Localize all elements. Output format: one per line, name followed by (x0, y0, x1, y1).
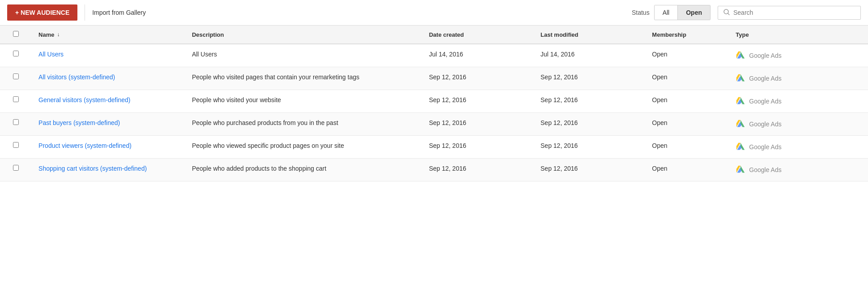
row-last-modified-cell: Sep 12, 2016 (533, 113, 645, 136)
row-date-created-cell: Sep 12, 2016 (422, 90, 533, 113)
row-description-cell: People who visited pages that contain yo… (185, 67, 422, 90)
header-last-modified[interactable]: Last modified (533, 26, 645, 44)
table-row: Product viewers (system-defined)People w… (0, 136, 868, 159)
table-row: All visitors (system-defined)People who … (0, 67, 868, 90)
toolbar: + NEW AUDIENCE Import from Gallery Statu… (0, 0, 868, 26)
row-membership-cell: Open (645, 67, 728, 90)
search-box (718, 6, 861, 20)
row-date-created-cell: Jul 14, 2016 (422, 44, 533, 67)
row-checkbox[interactable] (13, 119, 19, 125)
row-membership-cell: Open (645, 90, 728, 113)
row-last-modified-cell: Sep 12, 2016 (533, 67, 645, 90)
type-label: Google Ads (749, 52, 781, 59)
type-cell-content: Google Ads (736, 142, 861, 152)
audience-name-link[interactable]: All Users (38, 51, 64, 58)
google-ads-icon (736, 51, 745, 60)
status-label: Status (632, 9, 650, 16)
row-date-created-cell: Sep 12, 2016 (422, 113, 533, 136)
type-label: Google Ads (749, 98, 781, 105)
row-checkbox[interactable] (13, 51, 19, 56)
table-row: All UsersAll UsersJul 14, 2016Jul 14, 20… (0, 44, 868, 67)
row-checkbox-cell (0, 159, 31, 181)
table-row: General visitors (system-defined)People … (0, 90, 868, 113)
audience-name-link[interactable]: Past buyers (system-defined) (38, 119, 120, 126)
row-last-modified-cell: Jul 14, 2016 (533, 44, 645, 67)
google-ads-icon (736, 119, 745, 129)
row-checkbox-cell (0, 67, 31, 90)
row-checkbox-cell (0, 44, 31, 67)
row-membership-cell: Open (645, 113, 728, 136)
row-date-created-cell: Sep 12, 2016 (422, 159, 533, 181)
type-cell-content: Google Ads (736, 73, 861, 83)
header-checkbox-cell (0, 26, 31, 44)
row-checkbox-cell (0, 136, 31, 159)
row-type-cell: Google Ads (728, 90, 868, 113)
svg-line-1 (728, 13, 729, 15)
row-name-cell: General visitors (system-defined) (31, 90, 185, 113)
row-date-created-cell: Sep 12, 2016 (422, 67, 533, 90)
audience-name-link[interactable]: Product viewers (system-defined) (38, 142, 132, 149)
type-label: Google Ads (749, 143, 781, 151)
google-ads-icon (736, 142, 745, 152)
type-label: Google Ads (749, 166, 781, 173)
table-row: Past buyers (system-defined)People who p… (0, 113, 868, 136)
row-checkbox-cell (0, 90, 31, 113)
google-ads-icon (736, 96, 745, 106)
row-membership-cell: Open (645, 44, 728, 67)
status-open-button[interactable]: Open (678, 5, 710, 20)
row-last-modified-cell: Sep 12, 2016 (533, 90, 645, 113)
row-checkbox[interactable] (13, 96, 19, 102)
row-last-modified-cell: Sep 12, 2016 (533, 136, 645, 159)
sort-arrow-icon: ↓ (57, 31, 60, 38)
row-description-cell: People who purchased products from you i… (185, 113, 422, 136)
row-description-cell: People who added products to the shoppin… (185, 159, 422, 181)
row-membership-cell: Open (645, 136, 728, 159)
search-icon (723, 9, 730, 17)
row-date-created-cell: Sep 12, 2016 (422, 136, 533, 159)
type-label: Google Ads (749, 75, 781, 82)
header-date-created[interactable]: Date created (422, 26, 533, 44)
row-name-cell: All visitors (system-defined) (31, 67, 185, 90)
row-checkbox[interactable] (13, 142, 19, 148)
status-buttons: All Open (654, 5, 711, 20)
type-cell-content: Google Ads (736, 96, 861, 106)
row-description-cell: People who visited your website (185, 90, 422, 113)
audience-name-link[interactable]: All visitors (system-defined) (38, 73, 115, 81)
table-row: Shopping cart visitors (system-defined)P… (0, 159, 868, 181)
row-type-cell: Google Ads (728, 113, 868, 136)
row-name-cell: All Users (31, 44, 185, 67)
search-input[interactable] (733, 9, 855, 16)
type-cell-content: Google Ads (736, 119, 861, 129)
google-ads-icon (736, 73, 745, 83)
row-description-cell: All Users (185, 44, 422, 67)
status-all-button[interactable]: All (655, 5, 678, 20)
row-name-cell: Past buyers (system-defined) (31, 113, 185, 136)
row-type-cell: Google Ads (728, 159, 868, 181)
type-label: Google Ads (749, 121, 781, 128)
audience-name-link[interactable]: Shopping cart visitors (system-defined) (38, 165, 147, 172)
import-gallery-button[interactable]: Import from Gallery (92, 9, 146, 16)
row-type-cell: Google Ads (728, 136, 868, 159)
row-description-cell: People who viewed specific product pages… (185, 136, 422, 159)
row-type-cell: Google Ads (728, 67, 868, 90)
new-audience-button[interactable]: + NEW AUDIENCE (7, 4, 77, 21)
table-header-row: Name ↓ Description Date created Last mod… (0, 26, 868, 44)
type-cell-content: Google Ads (736, 51, 861, 60)
header-type[interactable]: Type (728, 26, 868, 44)
type-cell-content: Google Ads (736, 165, 861, 175)
row-name-cell: Product viewers (system-defined) (31, 136, 185, 159)
audience-name-link[interactable]: General visitors (system-defined) (38, 96, 130, 103)
audiences-table: Name ↓ Description Date created Last mod… (0, 26, 868, 181)
row-checkbox[interactable] (13, 165, 19, 171)
header-description: Description (185, 26, 422, 44)
row-name-cell: Shopping cart visitors (system-defined) (31, 159, 185, 181)
row-checkbox[interactable] (13, 73, 19, 79)
header-name[interactable]: Name ↓ (31, 26, 185, 44)
select-all-checkbox[interactable] (13, 31, 19, 37)
row-checkbox-cell (0, 113, 31, 136)
row-type-cell: Google Ads (728, 44, 868, 67)
row-last-modified-cell: Sep 12, 2016 (533, 159, 645, 181)
header-membership[interactable]: Membership (645, 26, 728, 44)
row-membership-cell: Open (645, 159, 728, 181)
toolbar-divider (85, 4, 85, 21)
